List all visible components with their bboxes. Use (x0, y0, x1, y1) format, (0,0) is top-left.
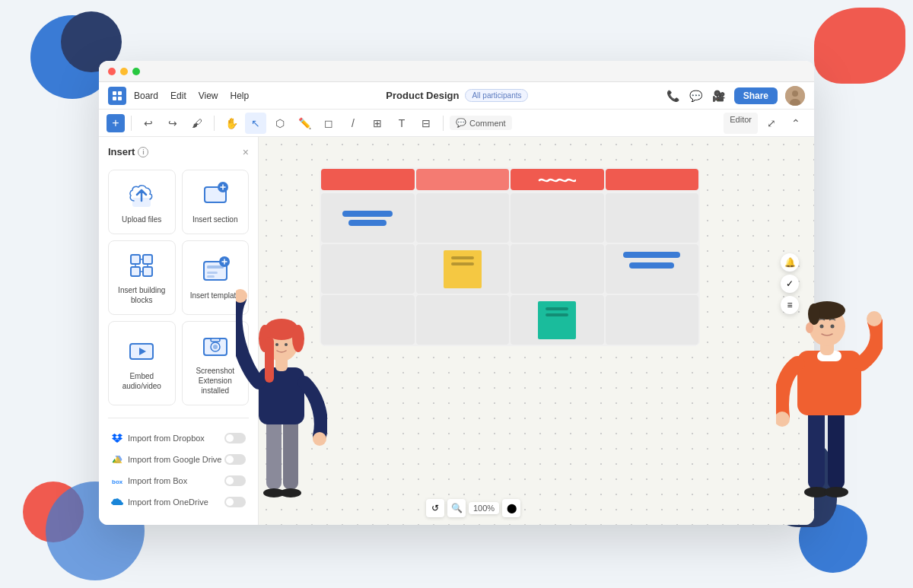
import-box-toggle[interactable] (224, 475, 246, 486)
import-dropbox-label: Import from Dropbox (128, 434, 205, 443)
grid-icon[interactable]: ≡ (781, 296, 799, 314)
kanban-cell-4-1 (606, 193, 699, 243)
bar-right-2 (629, 262, 674, 269)
chat-icon[interactable]: 💬 (689, 88, 704, 103)
import-dropbox-toggle[interactable] (224, 433, 246, 443)
kanban-cell-4-3 (606, 295, 699, 345)
embed-audio-video-icon (126, 336, 157, 367)
phone-icon[interactable]: 📞 (666, 88, 681, 103)
eraser-tool[interactable]: ◻ (318, 113, 339, 134)
import-onedrive-toggle[interactable] (224, 497, 246, 507)
import-google-drive-toggle[interactable] (224, 454, 246, 465)
mouse-indicator: ⬤ (502, 499, 520, 517)
comment-icon: 💬 (456, 118, 466, 128)
pen-tool[interactable]: ✏️ (294, 113, 315, 134)
traffic-light-green[interactable] (132, 68, 140, 75)
kanban-cell-1-2 (321, 244, 415, 294)
kanban-header (320, 167, 700, 192)
bar-blue-sm-1 (348, 220, 387, 226)
zoom-fit-button[interactable]: 🔍 (447, 499, 466, 517)
kanban-cell-1-3 (321, 295, 415, 345)
kanban-cell-3-3 (511, 295, 604, 345)
menu-view[interactable]: View (199, 91, 218, 101)
panel-header: Insert i × (108, 146, 249, 157)
import-box[interactable]: box Import from Box (108, 470, 249, 491)
building-blocks-icon (126, 250, 157, 281)
import-dropbox[interactable]: Import from Dropbox (108, 427, 249, 449)
plus-button[interactable]: + (107, 114, 125, 132)
traffic-light-yellow[interactable] (120, 68, 128, 75)
svg-point-52 (824, 487, 848, 497)
import-box-label: Import from Box (128, 476, 187, 485)
google-drive-icon (111, 453, 123, 466)
video-icon[interactable]: 🎥 (711, 88, 727, 103)
insert-item-template[interactable]: Insert template (182, 240, 250, 315)
comment-button[interactable]: 💬 Comment (450, 116, 512, 130)
svg-rect-0 (113, 91, 116, 95)
insert-item-insert-section[interactable]: Insert section (182, 170, 250, 234)
table-tool[interactable]: ⊟ (415, 113, 437, 134)
teal-line-1 (546, 307, 568, 310)
import-onedrive[interactable]: Import from OneDrive (108, 491, 249, 513)
svg-rect-21 (207, 265, 224, 269)
board-title: Product Design (386, 90, 459, 101)
import-box-left: box Import from Box (111, 475, 187, 487)
box-icon: box (111, 475, 123, 487)
hand-tool[interactable]: ✋ (221, 113, 242, 134)
check-icon[interactable]: ✓ (781, 275, 799, 293)
kanban-cell-2-2 (416, 244, 510, 294)
svg-rect-2 (113, 97, 116, 100)
insert-template-icon (200, 256, 231, 286)
editor-button[interactable]: Editor (724, 113, 758, 134)
insert-item-upload-files[interactable]: Upload files (108, 170, 176, 234)
menu-help[interactable]: Help (231, 91, 250, 101)
cursor-tool[interactable]: ↖ (245, 113, 266, 134)
shape-tool[interactable]: ⬡ (269, 113, 291, 134)
svg-rect-57 (820, 337, 834, 355)
text-tool[interactable]: T (391, 113, 412, 134)
kanban-board (320, 167, 700, 346)
collapse-button[interactable]: ⌃ (785, 113, 806, 134)
kanban-cell-2-3 (416, 295, 510, 345)
close-button[interactable]: × (243, 147, 249, 157)
crop-tool[interactable]: ⊞ (367, 113, 388, 134)
import-google-drive[interactable]: Import from Google Drive (108, 449, 249, 470)
insert-item-embed-audio-video[interactable]: Embed audio/video (108, 321, 176, 405)
format-button[interactable]: 🖌 (186, 113, 208, 134)
embed-audio-video-label: Embed audio/video (115, 371, 169, 391)
menu-board[interactable]: Board (134, 91, 158, 101)
info-icon[interactable]: i (138, 147, 148, 157)
svg-point-62 (831, 325, 835, 329)
share-button[interactable]: Share (734, 87, 778, 104)
upload-files-icon (126, 180, 157, 210)
traffic-light-red[interactable] (108, 68, 116, 75)
canvas-area[interactable]: 🔔 ✓ ≡ (259, 137, 814, 525)
panel-title: Insert i (108, 146, 148, 157)
svg-point-58 (809, 307, 845, 346)
insert-section-label: Insert section (192, 215, 237, 224)
insert-item-screenshot[interactable]: Screenshot Extension installed (182, 321, 250, 405)
import-onedrive-left: Import from OneDrive (111, 496, 208, 508)
kanban-cell-1-1 (321, 193, 415, 243)
svg-point-5 (792, 91, 798, 97)
building-blocks-label: Insert building blocks (115, 285, 169, 305)
line-tool[interactable]: / (342, 113, 364, 134)
kanban-col-1 (321, 193, 415, 345)
redo-button[interactable]: ↪ (162, 113, 183, 134)
menu-edit[interactable]: Edit (170, 91, 186, 101)
bell-icon[interactable]: 🔔 (781, 253, 799, 272)
fullscreen-button[interactable]: ⤢ (761, 113, 782, 134)
bar-right-1 (623, 252, 680, 258)
insert-panel: Insert i × Upload files (99, 137, 259, 525)
svg-rect-54 (817, 351, 841, 361)
zoom-out-button[interactable]: ↺ (426, 499, 444, 517)
menu-center: Product Design All participants (249, 89, 665, 102)
participants-badge: All participants (465, 89, 528, 102)
svg-rect-14 (131, 267, 140, 276)
insert-item-building-blocks[interactable]: Insert building blocks (108, 240, 176, 315)
toolbar-separator-2 (214, 116, 215, 131)
undo-button[interactable]: ↩ (138, 113, 159, 134)
menu-bar: Board Edit View Help Product Design All … (99, 82, 814, 110)
comment-label: Comment (469, 119, 506, 128)
kanban-col-2 (416, 193, 510, 345)
